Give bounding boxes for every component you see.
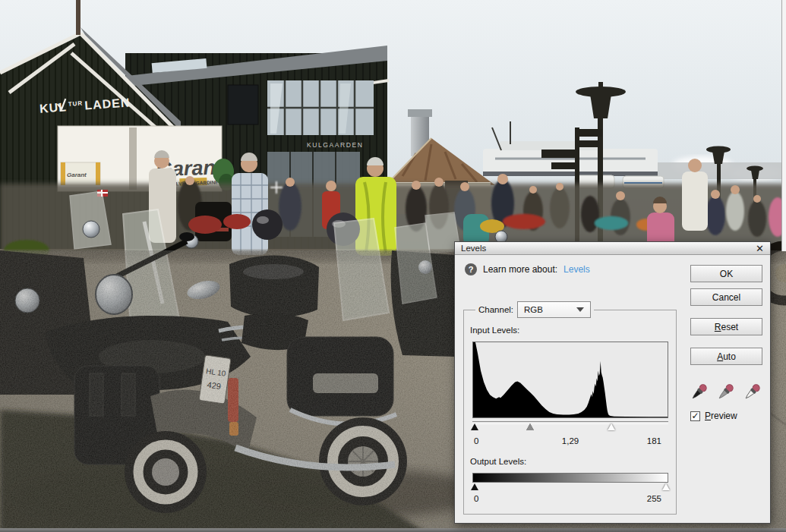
- close-icon[interactable]: ✕: [756, 244, 764, 253]
- output-levels-label: Output Levels:: [470, 457, 526, 466]
- output-shadow-value: 0: [474, 494, 478, 503]
- levels-dialog: Levels ✕ ? Learn more about: Levels Chan…: [454, 241, 771, 524]
- input-values: 0 1,29 181: [472, 436, 668, 447]
- garant-truck: Garant Garant FOR GULVE OG GARDINER: [58, 126, 234, 191]
- dialog-titlebar[interactable]: Levels ✕: [455, 242, 770, 255]
- preview-checkbox[interactable]: ✓: [690, 411, 700, 421]
- output-values: 0 255: [472, 494, 668, 505]
- channel-value: RGB: [524, 305, 543, 314]
- channel-label: Channel:: [478, 305, 513, 314]
- output-highlight-value: 255: [647, 494, 661, 503]
- gray-point-eyedropper-icon[interactable]: [714, 382, 737, 403]
- channel-select[interactable]: RGB: [517, 301, 591, 318]
- workspace-edge-strip: [781, 0, 786, 251]
- cancel-button[interactable]: Cancel: [690, 288, 762, 306]
- input-gamma-slider[interactable]: [526, 423, 534, 430]
- input-shadow-value: 0: [474, 436, 478, 445]
- input-slider-track: [472, 421, 668, 424]
- help-row: ? Learn more about: Levels: [465, 263, 590, 275]
- output-shadow-slider[interactable]: [471, 483, 478, 490]
- kulgaarden-sign: KULGAARDEN: [307, 141, 364, 149]
- help-text: Learn more about:: [483, 264, 557, 275]
- preview-row: ✓ Preview: [690, 411, 737, 421]
- input-highlight-value: 181: [647, 436, 661, 445]
- input-shadow-slider[interactable]: [471, 423, 478, 430]
- input-levels-label: Input Levels:: [470, 326, 519, 335]
- channel-row: Channel: RGB: [475, 301, 594, 318]
- levels-help-link[interactable]: Levels: [563, 264, 590, 275]
- input-gamma-value: 1,29: [562, 436, 579, 445]
- window-bottom-edge: [0, 528, 786, 532]
- white-point-eyedropper-icon[interactable]: [740, 382, 763, 403]
- reset-button[interactable]: Reset: [690, 318, 762, 335]
- black-point-eyedropper-icon[interactable]: [687, 382, 710, 403]
- preview-label[interactable]: Preview: [705, 411, 737, 421]
- output-gradient-bar: [472, 473, 668, 483]
- chevron-down-icon: [576, 307, 584, 312]
- eyedropper-row: [687, 382, 763, 403]
- auto-button[interactable]: Auto: [690, 348, 762, 365]
- dialog-title: Levels: [461, 244, 486, 253]
- histogram: [472, 342, 668, 418]
- ok-button[interactable]: OK: [690, 265, 762, 282]
- help-icon: ?: [465, 263, 477, 275]
- input-highlight-slider[interactable]: [608, 423, 615, 430]
- screenshot-root: KULGAARDEN KULTURLADEN Garant Garant FOR…: [0, 0, 786, 532]
- output-highlight-slider[interactable]: [662, 483, 670, 490]
- garant-small-sign: Garant: [67, 172, 87, 178]
- histogram-area: [473, 342, 668, 417]
